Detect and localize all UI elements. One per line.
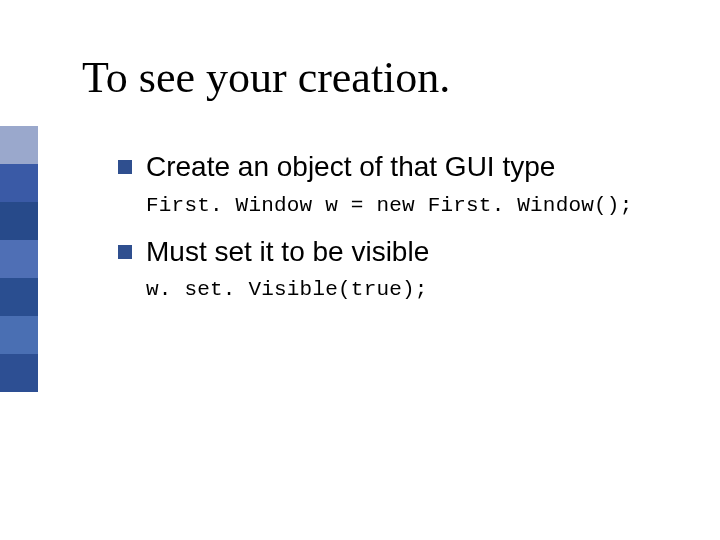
bullet-row: Create an object of that GUI type [118,150,678,184]
square-bullet-icon [118,160,132,174]
bullet-text: Must set it to be visible [146,235,429,269]
code-line: First. Window w = new First. Window(); [146,194,678,217]
code-line: w. set. Visible(true); [146,278,678,301]
sidebar-block [0,164,38,202]
sidebar-block [0,126,38,164]
bullet-text: Create an object of that GUI type [146,150,555,184]
decorative-sidebar [0,126,38,392]
bullet-row: Must set it to be visible [118,235,678,269]
sidebar-block [0,278,38,316]
list-item: Must set it to be visible w. set. Visibl… [118,235,678,302]
slide: To see your creation. Create an object o… [0,0,720,540]
sidebar-block [0,316,38,354]
slide-title: To see your creation. [82,54,450,102]
sidebar-block [0,354,38,392]
sidebar-block [0,202,38,240]
sidebar-block [0,240,38,278]
square-bullet-icon [118,245,132,259]
slide-content: Create an object of that GUI type First.… [118,150,678,319]
list-item: Create an object of that GUI type First.… [118,150,678,217]
